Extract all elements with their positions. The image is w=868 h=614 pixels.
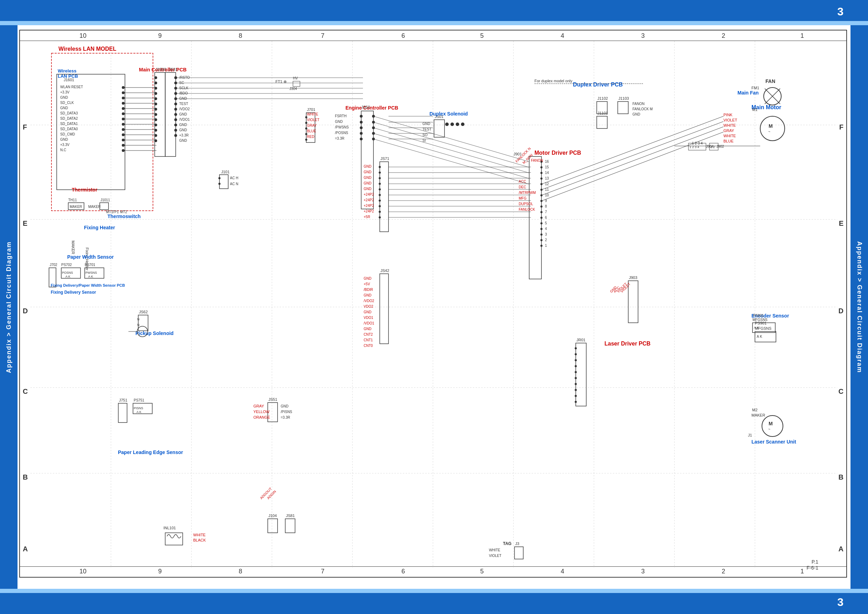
svg-point-238 xyxy=(540,239,542,241)
svg-text:JS31: JS31 xyxy=(169,67,177,71)
svg-point-128 xyxy=(360,132,363,135)
ruler-bottom: 10 9 8 7 6 5 4 3 2 1 xyxy=(20,566,846,577)
circuit-diagram-svg: Wireless LAN MODEL Wireless LAN PCB J160… xyxy=(31,41,837,568)
svg-point-164 xyxy=(379,194,381,196)
svg-point-167 xyxy=(379,211,381,213)
svg-line-383 xyxy=(374,128,529,173)
svg-point-227 xyxy=(540,177,542,180)
svg-text:MAKER: MAKER xyxy=(752,413,765,417)
svg-text:GND: GND xyxy=(60,106,68,110)
row-label-b: B xyxy=(839,473,843,481)
svg-text:WHITE: WHITE xyxy=(489,548,501,552)
svg-text:GRAY: GRAY xyxy=(724,129,734,133)
ruler-top-8: 8 xyxy=(239,32,242,40)
row-label-f: F xyxy=(839,123,843,131)
svg-text:J1011: J1011 xyxy=(101,198,110,202)
svg-point-62 xyxy=(154,76,157,79)
svg-text:/POSNS: /POSNS xyxy=(335,131,348,135)
svg-text:FANON: FANON xyxy=(531,158,543,163)
svg-text:/PISNS: /PISNS xyxy=(281,410,292,414)
svg-text:GND: GND xyxy=(364,176,371,180)
svg-text:PISNS: PISNS xyxy=(134,406,143,410)
left-sidebar-label: Appendix > General Circuit Diagram xyxy=(5,241,12,373)
svg-text:~: ~ xyxy=(768,130,770,134)
svg-text:PS901: PS901 xyxy=(753,314,764,318)
page-number-bottom: 3 xyxy=(837,596,843,609)
ruler-top-7: 7 xyxy=(321,32,324,40)
ruler-bot-2: 2 xyxy=(722,568,725,575)
svg-text:13: 13 xyxy=(545,177,549,180)
left-sidebar: Appendix > General Circuit Diagram xyxy=(0,25,17,589)
svg-text:J702: J702 xyxy=(50,263,57,267)
svg-rect-365 xyxy=(268,519,277,533)
svg-point-203 xyxy=(456,122,459,126)
ruler-top-3: 3 xyxy=(641,32,645,40)
svg-text:GND: GND xyxy=(632,112,640,116)
svg-text:N: N xyxy=(137,323,140,327)
svg-point-341 xyxy=(575,365,577,367)
svg-text:TH11: TH11 xyxy=(68,198,77,202)
svg-text:J751: J751 xyxy=(119,398,127,402)
svg-text:Fixing Delivery/Paper Width Se: Fixing Delivery/Paper Width Sensor PCB xyxy=(51,283,125,287)
right-sidebar-label: Appendix > General Circuit Diagram xyxy=(856,241,863,373)
svg-point-340 xyxy=(575,359,577,361)
svg-point-125 xyxy=(360,115,363,118)
svg-point-111 xyxy=(219,177,220,179)
svg-text:Motor Driver PCB: Motor Driver PCB xyxy=(535,150,581,156)
svg-point-163 xyxy=(379,188,381,191)
svg-text:GND: GND xyxy=(364,276,371,281)
svg-text:GND: GND xyxy=(364,187,371,191)
svg-text:PS702: PS702 xyxy=(61,263,72,267)
svg-rect-337 xyxy=(576,343,586,406)
svg-text:POSNS: POSNS xyxy=(62,271,73,274)
svg-rect-367 xyxy=(285,519,295,533)
svg-text:14: 14 xyxy=(545,171,549,175)
ruler-bot-3: 3 xyxy=(641,568,645,575)
svg-text:=3.3R: =3.3R xyxy=(335,136,344,140)
footnote-p1: P.1 xyxy=(812,559,818,564)
svg-text:SD_DATA0: SD_DATA0 xyxy=(60,127,78,131)
svg-text:SD_CLK: SD_CLK xyxy=(60,101,74,105)
svg-text:GRAY: GRAY xyxy=(307,124,317,127)
footnote-f61: F-6-1 xyxy=(807,565,818,571)
svg-point-85 xyxy=(174,118,177,121)
svg-text:INL101: INL101 xyxy=(163,526,176,530)
svg-text:/BDIR: /BDIR xyxy=(364,288,373,291)
ruler-bot-4: 4 xyxy=(561,568,564,575)
svg-text:WHITE: WHITE xyxy=(724,123,736,127)
svg-text:A    K: A K xyxy=(136,410,141,414)
svg-text:15: 15 xyxy=(545,165,549,169)
svg-text:GND: GND xyxy=(179,112,187,116)
row-label-c: C xyxy=(839,388,843,395)
svg-text:MAKER: MAKER xyxy=(71,240,75,254)
svg-text:Fixing Heater: Fixing Heater xyxy=(84,225,115,230)
svg-text:/RSTO: /RSTO xyxy=(179,76,190,79)
svg-rect-371 xyxy=(628,281,638,323)
ruler-top-5: 5 xyxy=(480,32,484,40)
svg-point-204 xyxy=(461,122,465,126)
svg-text:FAN: FAN xyxy=(766,78,775,84)
row-label-left-c: C xyxy=(23,388,28,395)
svg-point-234 xyxy=(540,217,542,219)
svg-text:Laser Driver PCB: Laser Driver PCB xyxy=(604,341,651,347)
svg-text:Engine Controller PCB: Engine Controller PCB xyxy=(346,105,398,111)
svg-text:Wireless: Wireless xyxy=(58,68,76,73)
svg-text:GND: GND xyxy=(60,96,68,99)
svg-point-345 xyxy=(575,389,577,391)
svg-point-165 xyxy=(379,200,381,202)
svg-point-236 xyxy=(540,228,542,230)
svg-point-162 xyxy=(379,183,381,185)
svg-point-233 xyxy=(540,211,542,213)
svg-text:YELLOW: YELLOW xyxy=(253,409,270,414)
row-label-d: D xyxy=(839,307,843,315)
svg-text:SD_CMD: SD_CMD xyxy=(60,132,75,136)
svg-text:M2: M2 xyxy=(752,408,757,412)
svg-text:BLACK: BLACK xyxy=(193,538,206,542)
svg-text:GND: GND xyxy=(179,97,187,101)
svg-text:VIOLET: VIOLET xyxy=(724,118,737,122)
row-label-e: E xyxy=(839,220,843,228)
svg-point-166 xyxy=(379,205,381,207)
svg-text:VIOLET: VIOLET xyxy=(307,118,319,122)
svg-point-65 xyxy=(154,92,157,95)
svg-text:SD_DATA1: SD_DATA1 xyxy=(60,122,78,126)
